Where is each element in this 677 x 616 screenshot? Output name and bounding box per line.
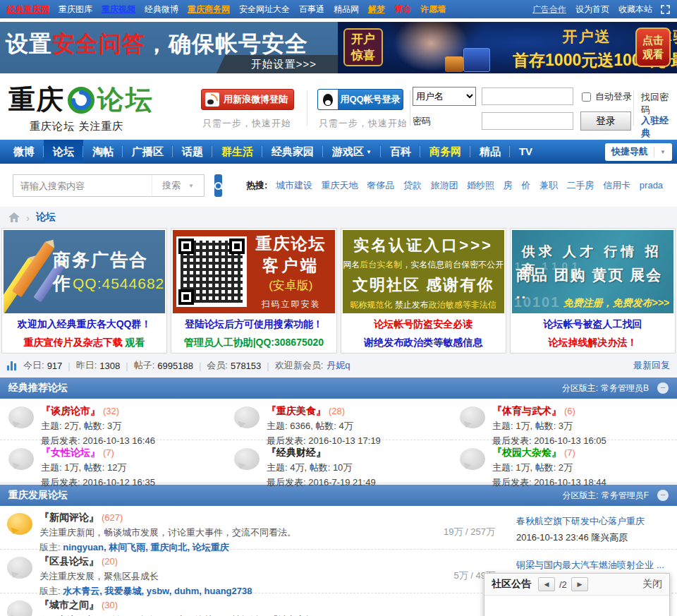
expand-icon[interactable] [661,5,670,14]
topbar-link[interactable]: 解梦 [368,4,385,16]
start-setup-link[interactable]: 开始设置>>> [216,55,338,73]
real-name-ad[interactable]: 实名认证入口>>> 网名后台实名制，实名信息前台保密不公开 文明社区 感谢有你 … [343,230,504,313]
forum-link[interactable]: 『体育与武术』 [492,405,561,416]
find-password-link[interactable]: 找回密码 [641,91,677,116]
topbar-link[interactable]: 经典微博 [145,4,178,16]
topbar-link[interactable]: 重庆视频 [102,4,135,16]
weibo-login-button[interactable]: 用新浪微博登陆 [201,89,294,110]
login-button[interactable]: 登录 [580,111,631,131]
moderators-links[interactable]: ningyuan, 林间飞雨, 重庆向北, 论坛重庆 [63,542,228,552]
section-moderator-link[interactable]: 常务管理员B [601,382,649,394]
nav-tab[interactable]: 百科 [381,140,420,164]
site-logo[interactable]: 重庆 论坛 [8,82,154,118]
qq-login-button[interactable]: 用QQ帐号登录 [317,89,403,110]
nav-tab[interactable]: 游戏区▼ [323,140,381,164]
forum-cell[interactable]: 『体育与武术』(6) 主题: 1万, 帖数: 3万 最后发表: 2016-10-… [451,399,677,440]
hot-search-link[interactable]: 旅游团 [430,180,458,191]
last-post-link[interactable]: 铜梁与国内最大汽车燃油喷射企业 [516,560,654,570]
forum-cell[interactable]: 『女性论坛』(7) 主题: 1万, 帖数: 12万 最后发表: 2016-10-… [0,440,226,482]
hot-search-link[interactable]: 价 [521,180,530,191]
topbar-link[interactable]: 安全网址大全 [239,4,290,16]
hot-search-link[interactable]: 二手房 [567,180,594,191]
breadcrumb-forum[interactable]: 论坛 [36,211,56,224]
nav-tab[interactable]: TV [510,140,542,164]
quick-nav-button[interactable]: 快捷导航 ▼ [605,143,672,161]
security-qa-banner[interactable]: 设置安全问答，确保帐号安全 开始设置>>> [0,22,338,73]
search-button[interactable] [214,174,222,197]
forum-link[interactable]: 『校园大杂烩』 [492,447,561,458]
nav-tab-forum[interactable]: 论坛 [44,140,83,164]
section-moderator-link[interactable]: 常务管理员F [602,490,649,502]
promo-download-link[interactable]: 重庆宣传片及杂志下载 [24,337,123,348]
content-policy-link[interactable]: 谢绝发布政治类等敏感信息 [364,337,482,348]
close-button[interactable]: 关闭 [642,578,662,591]
hot-search-link[interactable]: 贷款 [403,180,422,191]
forum-cell[interactable]: 『经典财经』 主题: 4万, 帖数: 10万 最后发表: 2016-7-19 2… [226,440,451,482]
ellipsis[interactable]: ... [657,560,664,570]
nav-tab[interactable]: 微博 [4,140,44,164]
account-security-link[interactable]: 论坛帐号防盗安全必读 [374,318,472,330]
new-member-link[interactable]: 丹妮q [327,359,350,372]
topbar-link[interactable]: 重庆商务网 [188,4,230,16]
auto-login-checkbox[interactable]: 自动登录 [582,90,632,103]
topbar-link[interactable]: 精品网 [334,4,359,16]
username-input[interactable] [482,87,573,105]
casino-ad-banner[interactable]: 开户惊喜 开户送元体验金 首存1000元送1000元 最高5888元 点击观看 [338,22,677,73]
search-notice-link[interactable]: 登陆论坛后方可使用搜索功能！ [185,318,323,330]
ad-cooperation-link[interactable]: 广告合作 [532,4,566,16]
forum-cell[interactable]: 『重庆美食』(28) 主题: 6366, 帖数: 4万 最后发表: 2016-1… [226,399,451,440]
business-platform-ad[interactable]: 10 1101 10101 供求 人才 行情 招商 商品 团购 黄页 展会 ..… [512,230,673,313]
collapse-icon[interactable]: − [657,490,669,501]
hot-search-link[interactable]: 重庆天地 [322,180,358,191]
hot-search-link[interactable]: 信用卡 [603,180,630,191]
bookmark-site-link[interactable]: 收藏本站 [618,4,652,16]
nav-tab[interactable]: 广播区 [123,140,173,164]
forum-link[interactable]: 『新闻评论』 [39,512,99,523]
forum-link[interactable]: 『谈房论市』 [41,405,100,416]
topbar-link[interactable]: 算命 [394,4,411,16]
home-icon[interactable] [8,212,20,222]
watch-now-button[interactable]: 点击观看 [635,28,671,67]
nav-tab[interactable]: 商务网 [420,140,470,164]
nav-tab[interactable]: 淘帖 [83,140,123,164]
nav-tab[interactable]: 经典家园 [262,140,323,164]
set-homepage-link[interactable]: 设为首页 [575,4,609,16]
forum-link[interactable]: 『经典财经』 [267,447,326,458]
password-input[interactable] [482,112,573,130]
forum-cell[interactable]: 『校园大杂烩』(7) 主题: 1万, 帖数: 2万 最后发表: 2016-10-… [451,440,677,482]
search-type-select[interactable]: 搜索 ▼ [152,175,204,196]
forum-link[interactable]: 『重庆美食』 [267,405,326,416]
nav-tab[interactable]: 精品 [470,140,510,164]
topbar-link[interactable]: 百事通 [299,4,324,16]
business-coop-ad[interactable]: 商务广告合作 QQ:45446822 [4,230,165,313]
prev-page-button[interactable]: ◀ [538,577,555,591]
register-link[interactable]: 入驻经典 [641,114,677,140]
nav-tab[interactable]: 话题 [173,140,212,164]
disconnect-help-link[interactable]: 论坛掉线解决办法！ [548,337,637,348]
forum-link[interactable]: 『女性论坛』 [41,447,100,458]
next-page-button[interactable]: ▶ [571,577,588,591]
search-input[interactable] [13,175,152,196]
forum-row[interactable]: 『新闻评论』(627) 关注重庆新闻，畅谈城市发展，讨论重大事件，交流不同看法。… [0,506,677,550]
topbar-link[interactable]: 经典重庆网 [7,4,49,16]
hot-search-link[interactable]: 城市建设 [276,180,312,191]
hot-search-link[interactable]: 房 [504,180,513,191]
watch-link[interactable]: 观看 [126,337,145,348]
nav-tab[interactable]: 群生活 [212,140,262,164]
qq-group-link[interactable]: 欢迎加入经典重庆各大QQ群！ [18,318,152,330]
collapse-icon[interactable]: − [657,382,669,394]
app-qr-ad[interactable]: 重庆论坛 客户端 (安卓版) 扫码立即安装 [173,230,334,313]
last-post-link[interactable]: 春秋航空旗下研发中心落户重庆 [516,516,645,526]
forum-link[interactable]: 『城市之间』 [39,599,99,610]
hot-search-link[interactable]: 婚纱照 [467,180,494,191]
topbar-link[interactable]: 重庆图库 [59,4,92,16]
account-recovery-link[interactable]: 论坛帐号被盗人工找回 [543,318,642,330]
username-type-select[interactable]: 用户名 [413,87,476,106]
latest-reply-link[interactable]: 最新回复 [633,359,670,372]
hot-search-link[interactable]: prada [640,180,663,191]
forum-link[interactable]: 『区县论坛』 [39,555,99,567]
hot-search-link[interactable]: 兼职 [539,180,558,191]
topbar-link[interactable]: 许愿墙 [420,4,446,16]
hot-search-link[interactable]: 奢侈品 [367,180,394,191]
moderators-links[interactable]: 水木青云, 我爱暴城, ysbw, duhm, huang2738 [63,586,252,596]
